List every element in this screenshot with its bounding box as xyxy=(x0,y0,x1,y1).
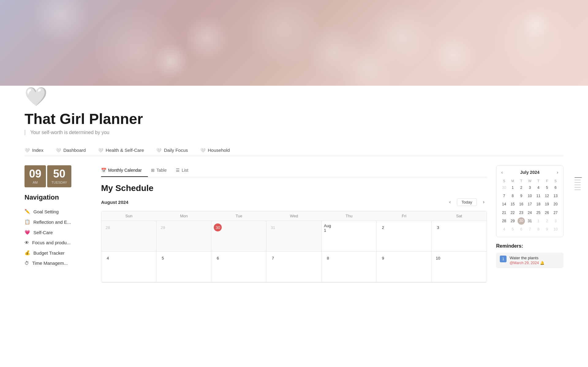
mini-day-26[interactable]: 26 xyxy=(543,209,551,217)
mini-day-6-next[interactable]: 6 xyxy=(517,226,525,233)
mini-day-15[interactable]: 15 xyxy=(509,200,517,208)
cal-cell-aug-8[interactable]: 8 xyxy=(322,252,377,282)
mini-cal-next[interactable]: › xyxy=(556,169,560,175)
goal-setting-label: Goal Setting xyxy=(33,209,59,214)
mini-day-16[interactable]: 16 xyxy=(517,200,525,208)
cal-cell-aug-10[interactable]: 10 xyxy=(432,252,487,282)
cal-cell-aug-5[interactable]: 5 xyxy=(156,252,212,282)
today-button[interactable]: Today xyxy=(457,198,477,206)
scroll-line-2 xyxy=(575,180,581,180)
mini-day-5[interactable]: 5 xyxy=(543,184,551,192)
sidebar-item-self-care[interactable]: 💗 Self-Care xyxy=(24,227,92,238)
scroll-line-3 xyxy=(575,182,581,183)
mini-day-27[interactable]: 27 xyxy=(552,209,560,217)
mini-day-3-next[interactable]: 3 xyxy=(552,217,560,225)
calendar-tabs: 📅 Monthly Calendar ⊞ Table ☰ List xyxy=(101,165,487,177)
mini-day-17[interactable]: 17 xyxy=(526,200,534,208)
page-title: That Girl Planner xyxy=(24,110,564,127)
mini-day-10-next[interactable]: 10 xyxy=(552,226,560,233)
nav-item-household[interactable]: 🤍 Household xyxy=(200,144,242,156)
mini-day-9[interactable]: 9 xyxy=(517,192,525,200)
mini-day-8-next[interactable]: 8 xyxy=(534,226,542,233)
cal-cell-aug-2[interactable]: 2 xyxy=(377,221,432,252)
mini-day-3[interactable]: 3 xyxy=(526,184,534,192)
mini-day-12[interactable]: 12 xyxy=(543,192,551,200)
sidebar-item-budget[interactable]: 💰 Budget Tracker xyxy=(24,248,92,258)
table-icon: ⊞ xyxy=(151,168,155,173)
mini-day-18[interactable]: 18 xyxy=(534,200,542,208)
sidebar-item-goal-setting[interactable]: ✏️ Goal Setting xyxy=(24,206,92,217)
banner xyxy=(0,0,588,86)
mini-day-28[interactable]: 28 xyxy=(500,217,508,225)
mini-day-2[interactable]: 2 xyxy=(517,184,525,192)
list-icon: ☰ xyxy=(176,168,180,173)
mini-cal-prev[interactable]: ‹ xyxy=(500,169,504,175)
mini-day-22[interactable]: 22 xyxy=(509,209,517,217)
mini-day-1-next[interactable]: 1 xyxy=(534,217,542,225)
tab-list[interactable]: ☰ List xyxy=(176,165,194,177)
cal-cell-aug-4[interactable]: 4 xyxy=(101,252,156,282)
prev-month-button[interactable]: ‹ xyxy=(447,198,453,206)
cal-cell-30-jul-today[interactable]: 30 xyxy=(211,221,266,252)
tab-monthly-calendar[interactable]: 📅 Monthly Calendar xyxy=(101,165,148,177)
scroll-line-1 xyxy=(575,177,582,178)
clock-widget: 09 AM 50 TUESDAY xyxy=(24,165,92,187)
mini-day-10[interactable]: 10 xyxy=(526,192,534,200)
mini-day-4[interactable]: 4 xyxy=(534,184,542,192)
tab-monthly-label: Monthly Calendar xyxy=(108,168,142,173)
mini-cal-title: July 2024 xyxy=(520,170,539,175)
mini-day-19[interactable]: 19 xyxy=(543,200,551,208)
cal-cell-31-jul[interactable]: 31 xyxy=(266,221,322,252)
clock-minute-box: 50 TUESDAY xyxy=(47,165,71,187)
time-label: Time Managem... xyxy=(32,260,68,266)
mini-day-25[interactable]: 25 xyxy=(534,209,542,217)
mini-day-9-next[interactable]: 9 xyxy=(543,226,551,233)
scroll-line-5 xyxy=(575,187,581,188)
clock-ampm: AM xyxy=(29,181,42,184)
next-month-button[interactable]: › xyxy=(481,198,487,206)
tab-list-label: List xyxy=(182,168,188,173)
reminder-card-1: 1 Water the plants @March 29, 2024 🔔 xyxy=(496,253,564,268)
mini-day-4-next[interactable]: 4 xyxy=(500,226,508,233)
sidebar-item-reflection[interactable]: 📋 Reflection and E... xyxy=(24,217,92,227)
cal-cell-aug-7[interactable]: 7 xyxy=(266,252,322,282)
cal-cell-28-jul[interactable]: 28 xyxy=(101,221,156,252)
mini-day-31[interactable]: 31 xyxy=(526,217,534,225)
mini-day-30-prev[interactable]: 30 xyxy=(500,184,508,192)
mini-day-7[interactable]: 7 xyxy=(500,192,508,200)
mini-day-8[interactable]: 8 xyxy=(509,192,517,200)
reflection-label: Reflection and E... xyxy=(33,219,71,225)
cal-cell-29-jul[interactable]: 29 xyxy=(156,221,212,252)
nav-item-health[interactable]: 🤍 Health & Self-Care xyxy=(98,144,156,156)
tab-table[interactable]: ⊞ Table xyxy=(151,165,173,177)
nav-heart-icon-5: 🤍 xyxy=(200,148,205,153)
mini-day-11[interactable]: 11 xyxy=(534,192,542,200)
cal-cell-aug-3[interactable]: 3 xyxy=(432,221,487,252)
mini-day-23[interactable]: 23 xyxy=(517,209,525,217)
cal-cell-aug-6[interactable]: 6 xyxy=(211,252,266,282)
nav-label-household: Household xyxy=(208,148,230,153)
mini-day-6[interactable]: 6 xyxy=(552,184,560,192)
mini-day-13[interactable]: 13 xyxy=(552,192,560,200)
nav-item-dashboard[interactable]: 🤍 Dashboard xyxy=(56,144,98,156)
mini-day-24[interactable]: 24 xyxy=(526,209,534,217)
mini-day-20[interactable]: 20 xyxy=(552,200,560,208)
mini-day-30-selected[interactable]: 30 xyxy=(518,217,525,225)
budget-label: Budget Tracker xyxy=(33,250,65,256)
cal-cell-aug-9[interactable]: 9 xyxy=(377,252,432,282)
mini-day-5-next[interactable]: 5 xyxy=(509,226,517,233)
nav-item-daily-focus[interactable]: 🤍 Daily Focus xyxy=(156,144,200,156)
mini-day-2-next[interactable]: 2 xyxy=(543,217,551,225)
nav-item-index[interactable]: 🤍 Index xyxy=(24,144,56,156)
mini-day-7-next[interactable]: 7 xyxy=(526,226,534,233)
calendar-body: 28 29 30 31 Aug 1 2 3 4 5 6 7 8 9 10 xyxy=(101,221,487,282)
mini-day-29[interactable]: 29 xyxy=(509,217,517,225)
mini-header-t2: T xyxy=(534,178,542,183)
goal-setting-emoji: ✏️ xyxy=(24,209,30,214)
sidebar-item-time[interactable]: ⏱ Time Managem... xyxy=(24,258,92,268)
mini-day-14[interactable]: 14 xyxy=(500,200,508,208)
sidebar-item-focus[interactable]: 👁 Focus and produ... xyxy=(24,238,92,248)
cal-cell-aug-1[interactable]: Aug 1 xyxy=(322,221,377,252)
mini-day-1[interactable]: 1 xyxy=(509,184,517,192)
mini-day-21[interactable]: 21 xyxy=(500,209,508,217)
